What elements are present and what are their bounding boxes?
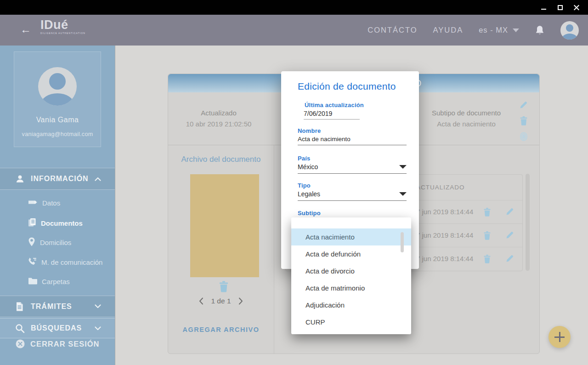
- subtype-label: Subtipo: [298, 210, 321, 217]
- dropdown-option[interactable]: Adjudicación: [291, 297, 411, 314]
- last-update-field[interactable]: 7/06/2019: [304, 110, 332, 117]
- notifications-bell-icon[interactable]: [535, 25, 545, 36]
- app-window: ← IDué DILIGENCE AUTHENTICATION CONTÁCTO…: [0, 0, 588, 365]
- field-underline: [304, 119, 360, 120]
- logo-tagline: DILIGENCE AUTHENTICATION: [40, 32, 85, 34]
- app-logo[interactable]: IDué DILIGENCE AUTHENTICATION: [40, 18, 85, 34]
- edit-pencil-icon[interactable]: [519, 101, 528, 109]
- maximize-icon[interactable]: [557, 4, 563, 11]
- history-date: 7 jun 2019 8:14:44: [416, 255, 473, 262]
- logout-label: CERRAR SESIÓN: [30, 340, 100, 348]
- sidebar-item-label: Domicilios: [40, 239, 71, 246]
- chevron-down-icon[interactable]: [399, 165, 407, 169]
- sidebar-item-label: Datos: [42, 199, 60, 207]
- sidebar: Vania Gama vaniagamag@hotmail.com INFORM…: [0, 46, 115, 365]
- dropdown-scrollbar[interactable]: [401, 232, 404, 252]
- delete-file-trash-icon[interactable]: [219, 280, 229, 292]
- dropdown-option[interactable]: Acta de defunción: [291, 245, 411, 262]
- chevron-down-icon[interactable]: [399, 192, 407, 196]
- sidebar-item-comunicacion[interactable]: M. de comunicación: [0, 252, 115, 272]
- dropdown-option[interactable]: CURP: [291, 314, 411, 331]
- help-link[interactable]: AYUDA: [433, 26, 464, 34]
- logo-text: IDué: [40, 18, 85, 31]
- x-circle-icon: [15, 339, 25, 349]
- chevron-down-icon: [95, 326, 101, 331]
- country-label: País: [298, 155, 311, 162]
- sidebar-item-documentos[interactable]: Documentos: [0, 213, 115, 233]
- window-titlebar: [0, 0, 588, 15]
- previous-page-icon[interactable]: [199, 297, 204, 305]
- file-pagination: 1 de 1: [168, 297, 274, 305]
- next-page-icon[interactable]: [238, 297, 243, 305]
- field-underline: [298, 200, 407, 201]
- avatar-head: [49, 73, 66, 90]
- location-pin-icon: [28, 237, 36, 248]
- profile-name: Vania Gama: [14, 116, 101, 124]
- app-header: ← IDué DILIGENCE AUTHENTICATION CONTÁCTO…: [0, 15, 588, 46]
- chevron-down-icon: [95, 304, 101, 308]
- sidebar-item-label: Carpetas: [42, 278, 70, 285]
- chevron-up-icon: [95, 177, 101, 181]
- pagination-label: 1 de 1: [211, 297, 231, 305]
- avatar-body: [562, 34, 577, 40]
- dropdown-option[interactable]: Acta nacimiento: [291, 228, 411, 245]
- type-label: Tipo: [298, 182, 311, 189]
- delete-trash-icon[interactable]: [483, 231, 491, 240]
- back-arrow-icon[interactable]: ←: [20, 23, 31, 36]
- logout-button[interactable]: CERRAR SESIÓN: [0, 335, 115, 353]
- close-icon[interactable]: [573, 4, 580, 11]
- subtype-value: Acta de nacimiento: [423, 120, 510, 128]
- sidebar-item-datos[interactable]: Datos: [0, 193, 115, 212]
- card-divider: [274, 145, 274, 354]
- delete-trash-icon[interactable]: [483, 254, 491, 263]
- phone-icon: [28, 257, 37, 268]
- add-document-fab[interactable]: [548, 326, 571, 348]
- name-field[interactable]: Acta de nacimiento: [298, 136, 351, 143]
- dropdown-option[interactable]: Acta de matrimonio: [291, 279, 411, 297]
- delete-trash-icon[interactable]: [520, 116, 528, 125]
- delete-trash-icon[interactable]: [483, 207, 491, 217]
- contact-link[interactable]: CONTÁCTO: [368, 26, 417, 34]
- avatar-head: [566, 24, 573, 32]
- id-card-icon: [28, 198, 38, 208]
- sidebar-item-domicilios[interactable]: Domicilios: [0, 233, 115, 252]
- sidebar-item-label: M. de comunicación: [41, 258, 102, 266]
- subtype-dropdown: Acta nacimiento Acta de defunción Acta d…: [291, 217, 411, 334]
- updated-value: 10 abr 2019 21:02:50: [175, 120, 262, 128]
- profile-avatar: [38, 67, 77, 106]
- sidebar-item-carpetas[interactable]: Carpetas: [0, 272, 115, 291]
- profile-card: Vania Gama vaniagamag@hotmail.com: [14, 51, 101, 147]
- field-underline: [298, 145, 407, 145]
- locale-selector[interactable]: es - MX: [479, 26, 519, 34]
- country-select[interactable]: México: [298, 163, 318, 171]
- minimize-icon[interactable]: [540, 4, 547, 11]
- dropdown-option[interactable]: Acta de divorcio: [291, 262, 411, 279]
- search-icon: [15, 324, 25, 333]
- document-preview-image[interactable]: [190, 174, 259, 277]
- history-date: 7 jun 2019 8:14:44: [416, 208, 473, 216]
- edit-pencil-icon[interactable]: [505, 254, 514, 263]
- field-underline: [298, 173, 407, 174]
- name-label: Nombre: [298, 127, 321, 134]
- locale-label: es - MX: [479, 26, 508, 34]
- add-file-button[interactable]: AGREGAR ARCHIVO: [168, 326, 274, 333]
- file-icon: [15, 302, 24, 312]
- person-icon: [15, 174, 25, 184]
- type-select[interactable]: Legales: [298, 190, 320, 198]
- sidebar-section-label: BÚSQUEDAS: [31, 324, 82, 332]
- modal-title: Edición de documento: [298, 81, 396, 92]
- updated-label: Actualizado: [175, 109, 262, 117]
- avatar-body: [41, 93, 74, 106]
- fingerprint-icon[interactable]: [520, 132, 528, 141]
- sidebar-section-informacion[interactable]: INFORMACIÓN: [0, 168, 115, 190]
- sidebar-section-label: INFORMACIÓN: [31, 175, 89, 183]
- edit-pencil-icon[interactable]: [505, 207, 514, 216]
- profile-email: vaniagamag@hotmail.com: [14, 131, 101, 137]
- last-update-label: Última actualización: [305, 102, 364, 108]
- subtype-label: Subtipo de documento: [423, 109, 510, 117]
- edit-pencil-icon[interactable]: [505, 231, 514, 240]
- user-avatar[interactable]: [560, 21, 579, 40]
- sidebar-section-tramites[interactable]: TRÁMITES: [0, 296, 115, 317]
- sidebar-section-label: TRÁMITES: [31, 302, 72, 311]
- vertical-scrollbar[interactable]: [526, 174, 530, 271]
